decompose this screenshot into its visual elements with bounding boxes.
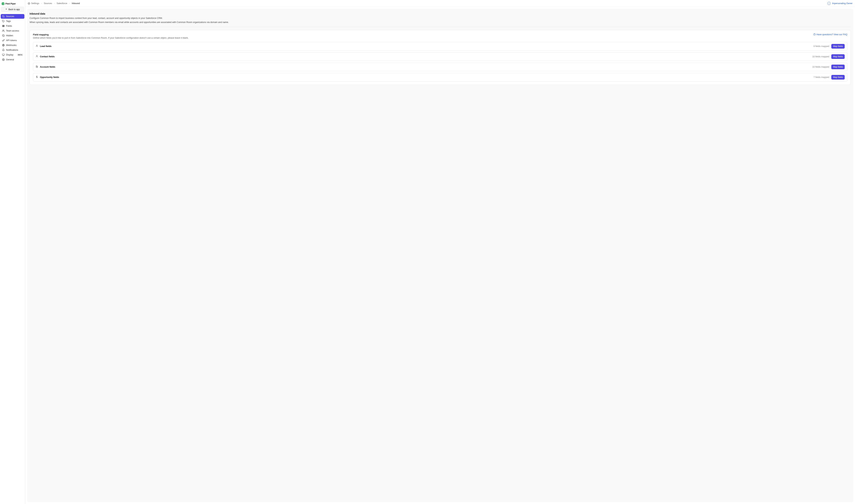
field-count: 7 fields mapped xyxy=(814,76,829,78)
svg-point-18 xyxy=(36,45,37,46)
svg-point-0 xyxy=(2,16,3,16)
workspace-logo-icon: ◆ xyxy=(2,2,4,5)
topbar: Settings Sources Salesforce Inbound i Im… xyxy=(25,0,855,7)
sidebar-item-label: General xyxy=(6,58,14,61)
main-area: Settings Sources Salesforce Inbound i Im… xyxy=(25,0,855,504)
breadcrumb-settings[interactable]: Settings xyxy=(28,2,39,5)
sidebar-item-tags[interactable]: Tags xyxy=(1,19,24,23)
gear-icon xyxy=(2,58,5,61)
field-mapping-heading: Field mapping xyxy=(33,33,189,36)
chevron-right-icon xyxy=(41,2,42,4)
sidebar-item-notifications[interactable]: Notifications xyxy=(1,48,24,52)
svg-point-1 xyxy=(4,17,4,17)
back-to-app-label: Back to app xyxy=(8,8,20,11)
field-count: 10 fields mapped xyxy=(812,66,829,68)
field-row-opportunity: Opportunity fields 7 fields mapped Map f… xyxy=(33,73,847,82)
page-title: Inbound data xyxy=(30,12,851,15)
key-icon xyxy=(2,39,5,42)
svg-point-15 xyxy=(29,3,29,3)
svg-point-14 xyxy=(3,59,4,60)
building-icon xyxy=(36,65,38,68)
chevron-right-icon xyxy=(53,2,55,4)
sidebar-item-label: API tokens xyxy=(6,39,17,42)
map-fields-button[interactable]: Map fields xyxy=(831,75,845,79)
faq-link-label: Have questions? View our FAQ xyxy=(817,33,847,36)
field-mapping-panel: Field mapping Define which fields you'd … xyxy=(30,30,851,85)
impersonation-indicator[interactable]: i Impersonating Owner xyxy=(827,2,853,5)
divider xyxy=(30,27,851,27)
sidebar-item-label: Fields xyxy=(6,25,12,27)
field-rows: Lead fields 9 fields mapped Map fields xyxy=(33,42,847,82)
breadcrumb-label: Inbound xyxy=(72,2,80,5)
dollar-icon xyxy=(36,76,38,79)
help-circle-icon xyxy=(813,33,816,36)
svg-rect-3 xyxy=(2,25,4,25)
workspace-header[interactable]: ◆ Pied Piper xyxy=(1,1,24,7)
map-fields-button[interactable]: Map fields xyxy=(831,54,845,59)
sidebar-item-fields[interactable]: Fields xyxy=(1,24,24,28)
sidebar-item-team-access[interactable]: Team access xyxy=(1,29,24,33)
sidebar-item-api-tokens[interactable]: API tokens xyxy=(1,38,24,43)
svg-rect-21 xyxy=(37,66,38,68)
content-card: Inbound data Configure Common Room to im… xyxy=(27,9,853,502)
field-row-label: Lead fields xyxy=(40,45,51,48)
svg-point-19 xyxy=(36,55,37,56)
sidebar-item-label: Hidden xyxy=(6,34,13,37)
breadcrumb-label: Settings xyxy=(31,2,39,5)
svg-point-6 xyxy=(3,30,3,31)
sources-icon xyxy=(2,15,5,18)
sidebar-item-label: Team access xyxy=(6,30,19,32)
field-row-label: Opportunity fields xyxy=(40,76,59,78)
svg-line-8 xyxy=(3,35,4,36)
sidebar: ◆ Pied Piper Back to app Sources Tags Fi… xyxy=(0,0,25,504)
bell-icon xyxy=(2,49,5,51)
field-mapping-subheading: Define which fields you'd like to pull i… xyxy=(33,37,189,39)
arrow-left-icon xyxy=(5,8,7,11)
field-row-label: Account fields xyxy=(40,66,55,68)
sidebar-item-label: Sources xyxy=(6,15,14,18)
globe-icon xyxy=(2,44,5,47)
info-icon: i xyxy=(827,2,831,5)
breadcrumb-sources[interactable]: Sources xyxy=(44,2,52,5)
sidebar-item-display[interactable]: Display BETA xyxy=(1,53,24,57)
map-fields-button[interactable]: Map fields xyxy=(831,44,845,49)
field-row-contact: Contact fields 10 fields mapped Map fiel… xyxy=(33,52,847,61)
field-count: 10 fields mapped xyxy=(812,55,829,58)
svg-rect-5 xyxy=(2,26,4,27)
tag-icon xyxy=(2,20,5,22)
svg-rect-11 xyxy=(2,54,4,55)
faq-link[interactable]: Have questions? View our FAQ xyxy=(813,33,847,36)
user-icon xyxy=(36,55,38,58)
field-row-account: Account fields 10 fields mapped Map fiel… xyxy=(33,62,847,71)
breadcrumb-inbound[interactable]: Inbound xyxy=(72,2,80,5)
sidebar-nav: Sources Tags Fields Team access Hidden xyxy=(1,14,24,62)
breadcrumb: Settings Sources Salesforce Inbound xyxy=(28,2,80,5)
workspace-name: Pied Piper xyxy=(5,2,16,5)
fields-icon xyxy=(2,25,5,27)
user-icon xyxy=(36,45,38,48)
breadcrumb-label: Sources xyxy=(44,2,52,5)
field-count: 9 fields mapped xyxy=(814,45,829,48)
hidden-icon xyxy=(2,34,5,37)
content-wrap: Inbound data Configure Common Room to im… xyxy=(25,7,855,504)
field-row-label: Contact fields xyxy=(40,55,55,58)
sidebar-item-label: Tags xyxy=(6,20,11,22)
sidebar-item-label: Webhooks xyxy=(6,44,17,47)
field-row-lead: Lead fields 9 fields mapped Map fields xyxy=(33,42,847,51)
svg-rect-4 xyxy=(2,26,4,26)
sidebar-item-sources[interactable]: Sources xyxy=(1,14,24,19)
beta-badge: BETA xyxy=(17,54,23,56)
sidebar-item-hidden[interactable]: Hidden xyxy=(1,33,24,38)
impersonation-label: Impersonating Owner xyxy=(832,2,853,5)
sidebar-item-label: Notifications xyxy=(6,49,18,51)
breadcrumb-salesforce[interactable]: Salesforce xyxy=(57,2,67,5)
chevron-right-icon xyxy=(69,2,70,4)
page-description-2: When syncing data, leads and contacts ar… xyxy=(30,21,851,24)
sidebar-item-webhooks[interactable]: Webhooks xyxy=(1,43,24,48)
map-fields-button[interactable]: Map fields xyxy=(831,65,845,69)
users-icon xyxy=(2,30,5,32)
back-to-app-button[interactable]: Back to app xyxy=(1,7,24,12)
sidebar-item-general[interactable]: General xyxy=(1,57,24,62)
breadcrumb-label: Salesforce xyxy=(57,2,67,5)
sidebar-item-label: Display xyxy=(6,54,13,56)
